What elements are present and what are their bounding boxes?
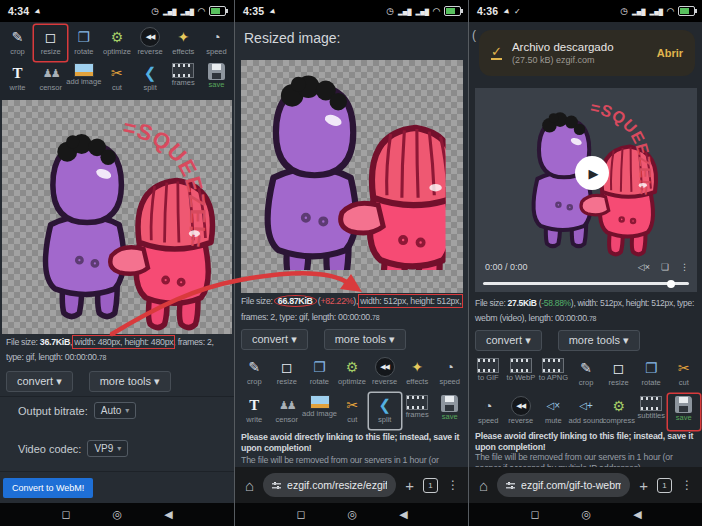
signal-icon: ▂▅█ [416, 8, 429, 15]
tool-label: to APNG [539, 374, 568, 382]
convert-to-webm-button[interactable]: Convert to WebM! [3, 478, 93, 498]
tool-button[interactable]: save [200, 61, 233, 97]
tool-button[interactable]: ✎ crop [1, 25, 34, 61]
more-tools-dropdown[interactable]: more tools ▾ [89, 371, 171, 392]
seek-bar[interactable] [483, 282, 689, 285]
wifi-icon: ◠ [198, 6, 205, 16]
back-button[interactable]: ◀ [399, 509, 407, 520]
browser-home-icon[interactable]: ⌂ [245, 477, 254, 494]
tool-button[interactable]: ❮ split [134, 61, 167, 97]
tool-button[interactable]: subtitles [635, 394, 668, 430]
download-notification[interactable]: ✓ Archivo descargado (27.50 kB) ezgif.co… [479, 30, 695, 76]
new-tab-button[interactable]: + [405, 477, 414, 494]
download-check-icon: ✓ [491, 46, 502, 60]
tool-button[interactable]: ◁+ add sound [570, 394, 603, 430]
tool-label: resize [277, 378, 297, 386]
tool-button[interactable]: ✂ cut [667, 356, 700, 392]
seek-handle[interactable] [667, 280, 675, 288]
browser-menu-button[interactable]: ⋮ [681, 478, 693, 492]
more-tools-dropdown[interactable]: more tools ▾ [324, 329, 406, 350]
tool-button[interactable]: to WebP [505, 356, 538, 392]
player-controls: 0:00 / 0:00 ◁× ❏ ⋮ [485, 262, 689, 272]
tool-button[interactable]: ✎ crop [570, 356, 603, 392]
volume-icon[interactable]: ◁× [638, 262, 650, 272]
tool-button[interactable]: ❐ rotate [303, 355, 336, 391]
tool-label: reverse [138, 48, 163, 56]
recents-button[interactable]: ◻ [296, 509, 305, 520]
home-button[interactable]: ◎ [348, 509, 358, 520]
url-text: ezgif.com/resize/ezgif-4 [287, 479, 387, 491]
reverse-icon: ◀◀ [140, 27, 160, 47]
optimize-icon: ⚙ [107, 27, 127, 47]
tool-button[interactable]: frames [401, 393, 434, 429]
bitrate-select[interactable]: Auto▾ [94, 402, 137, 419]
tool-button[interactable]: ◔ speed [433, 355, 466, 391]
tool-button[interactable]: ⚙ optimize [336, 355, 369, 391]
tool-button[interactable]: ♟♟ censor [271, 393, 304, 429]
status-bar: 4:36 ◄ ✓ ◷ ▂▅█ ▂▅█ ◠ [469, 0, 702, 22]
convert-dropdown[interactable]: convert ▾ [241, 329, 308, 350]
convert-dropdown[interactable]: convert ▾ [6, 371, 73, 392]
tool-button[interactable]: ✦ effects [401, 355, 434, 391]
tool-button[interactable]: ❐ rotate [635, 356, 668, 392]
home-button[interactable]: ◎ [582, 509, 592, 520]
tool-button[interactable]: ✎ crop [238, 355, 271, 391]
resized-gif-preview [241, 60, 463, 293]
crop-icon: ✎ [244, 357, 264, 377]
open-button[interactable]: Abrir [657, 47, 683, 59]
tool-button[interactable]: ✦ effects [167, 25, 200, 61]
tool-button[interactable]: ◻ resize [602, 356, 635, 392]
tool-button[interactable]: to GIF [472, 356, 505, 392]
tool-button[interactable]: to APNG [537, 356, 570, 392]
tool-button[interactable]: ◔ speed [472, 394, 505, 430]
tool-button[interactable]: ♟♟ censor [34, 61, 67, 97]
tool-button[interactable]: ◔ speed [200, 25, 233, 61]
tool-button[interactable]: add image [67, 61, 100, 97]
tool-button[interactable]: ◁× mute [537, 394, 570, 430]
tool-button[interactable]: frames [167, 61, 200, 97]
tool-button[interactable]: ⚙ optimize [100, 25, 133, 61]
tool-label: split [143, 84, 156, 92]
tool-button[interactable]: ◀◀ reverse [505, 394, 538, 430]
home-button[interactable]: ◎ [113, 509, 123, 520]
save-icon [675, 396, 692, 413]
back-button[interactable]: ◀ [633, 509, 641, 520]
status-time: 4:36 [477, 5, 498, 17]
address-bar[interactable]: ezgif.com/gif-to-webm/ [497, 473, 630, 497]
back-button[interactable]: ◀ [164, 509, 172, 520]
tool-button[interactable]: ❮ split [369, 393, 402, 429]
video-player[interactable]: ▶ 0:00 / 0:00 ◁× ❏ ⋮ [475, 88, 697, 292]
tool-button[interactable]: ✂ cut [100, 61, 133, 97]
battery-icon [678, 6, 695, 16]
tool-button[interactable]: ◻ resize [34, 25, 67, 61]
tool-button[interactable]: ◻ resize [271, 355, 304, 391]
tool-button[interactable]: ◀◀ reverse [134, 25, 167, 61]
tool-button[interactable]: save [434, 393, 467, 429]
tool-button[interactable]: save [668, 394, 701, 430]
tool-button[interactable]: ❐ rotate [67, 25, 100, 61]
browser-menu-button[interactable]: ⋮ [447, 478, 459, 492]
address-bar[interactable]: ezgif.com/resize/ezgif-4 [263, 473, 396, 497]
tool-button[interactable]: T write [238, 393, 271, 429]
tool-button[interactable]: ⚙ compress [603, 394, 636, 430]
tool-button[interactable]: ✂ cut [336, 393, 369, 429]
fullscreen-icon[interactable]: ❏ [661, 262, 669, 272]
tab-switcher-button[interactable]: 1 [657, 478, 672, 493]
convert-dropdown[interactable]: convert ▾ [475, 330, 542, 351]
tool-button[interactable]: ◀◀ reverse [368, 355, 401, 391]
status-time: 4:35 [243, 5, 264, 17]
download-done-icon: ✓ [514, 7, 521, 16]
browser-home-icon[interactable]: ⌂ [479, 477, 488, 494]
player-menu-icon[interactable]: ⋮ [680, 262, 689, 272]
tool-button[interactable]: T write [1, 61, 34, 97]
recents-button[interactable]: ◻ [61, 509, 70, 520]
tool-button[interactable]: add image [303, 393, 336, 429]
recents-button[interactable]: ◻ [530, 509, 539, 520]
play-button[interactable]: ▶ [575, 156, 609, 190]
new-tab-button[interactable]: + [639, 477, 648, 494]
tool-label: crop [10, 48, 25, 56]
more-tools-dropdown[interactable]: more tools ▾ [558, 330, 640, 351]
codec-select[interactable]: VP9▾ [87, 440, 128, 457]
tab-switcher-button[interactable]: 1 [423, 478, 438, 493]
signal-icon: ▂▅█ [650, 8, 663, 15]
